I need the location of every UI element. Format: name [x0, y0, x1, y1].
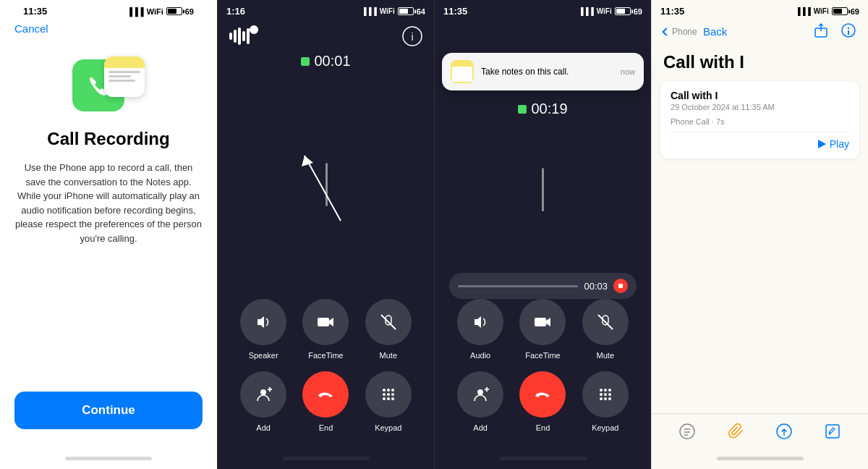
end-control: End: [302, 371, 349, 432]
mute-control-3: Mute: [582, 299, 629, 360]
attachment-button[interactable]: [727, 423, 744, 442]
facetime-control: FaceTime: [302, 299, 349, 360]
add-button[interactable]: [240, 371, 286, 418]
wifi-icon-2: WiFi: [380, 7, 395, 15]
more-button[interactable]: [841, 22, 856, 41]
mute-label: Mute: [380, 351, 397, 360]
notes-icon-header: [104, 56, 145, 68]
back-button[interactable]: Phone Back: [663, 25, 727, 38]
mute-control: Mute: [365, 299, 412, 360]
svg-rect-4: [247, 28, 250, 44]
svg-point-24: [391, 397, 394, 400]
play-icon: [817, 139, 827, 149]
svg-point-40: [608, 397, 611, 400]
battery-icon: [166, 7, 182, 15]
compose-button[interactable]: [824, 423, 841, 442]
card-title: Call with I: [671, 90, 849, 101]
speaker-button[interactable]: [240, 299, 286, 345]
recording-progress: [458, 285, 578, 287]
notes-line: [109, 80, 135, 82]
share-icon: [813, 22, 829, 38]
play-button[interactable]: Play: [817, 138, 849, 150]
waveform-bar: [326, 163, 328, 206]
share-button[interactable]: [813, 22, 829, 41]
svg-rect-0: [229, 33, 232, 40]
add-button-3[interactable]: [457, 371, 503, 418]
notes-content-area: [652, 159, 868, 413]
back-label: Back: [703, 25, 727, 38]
svg-rect-3: [242, 31, 245, 41]
notes-icon-lines: [104, 68, 145, 97]
notification-time: now: [621, 67, 635, 76]
cancel-button[interactable]: Cancel: [14, 22, 48, 35]
home-indicator-2: [283, 457, 370, 460]
facetime-button-3[interactable]: [519, 299, 566, 345]
status-bar-panel2: 1:16 ▐▐▐ WiFi 64: [218, 0, 434, 20]
take-notes-notification[interactable]: Take notes on this call. now: [442, 53, 644, 90]
play-row: Play: [671, 132, 849, 150]
svg-line-28: [598, 315, 613, 329]
battery-level-2: 64: [417, 7, 425, 16]
keypad-button-3[interactable]: [582, 371, 629, 418]
keypad-label: Keypad: [375, 423, 401, 432]
record-indicator-3: [518, 105, 527, 114]
send-button[interactable]: [775, 423, 793, 442]
svg-point-39: [604, 397, 607, 400]
mute-button[interactable]: [365, 299, 412, 345]
nav-phone-label: Phone: [672, 27, 697, 37]
svg-point-43: [848, 28, 849, 29]
facetime-control-3: FaceTime: [519, 299, 566, 360]
call-duration-panel2: 00:01: [314, 53, 350, 69]
add-icon: [254, 385, 273, 404]
call-recording-card: Call with I 29 October 2024 at 11:35 AM …: [660, 81, 859, 159]
audio-button[interactable]: [457, 299, 503, 345]
svg-point-37: [608, 393, 611, 396]
call-controls-panel2: Speaker FaceTime Mute: [218, 299, 434, 451]
recording-button[interactable]: [613, 279, 628, 293]
notes-app-icon: [104, 56, 145, 97]
notes-action-buttons: [813, 22, 856, 41]
call-recording-panel: 11:35 ▐▐▐ WiFi 69 Cancel Call Recording: [0, 0, 217, 469]
svg-rect-2: [238, 28, 241, 45]
svg-point-38: [600, 397, 603, 400]
end-label-3: End: [536, 423, 550, 432]
add-icon-3: [471, 385, 490, 404]
call-waveform-area: [218, 69, 434, 299]
keypad-button[interactable]: [365, 371, 412, 418]
status-icons-panel1: ▐▐▐ WiFi 69: [127, 7, 194, 16]
end-call-icon: [315, 384, 336, 405]
battery-level-4: 69: [851, 7, 859, 16]
checklist-button[interactable]: [678, 423, 696, 442]
audio-label: Audio: [470, 351, 490, 360]
mute-label-3: Mute: [597, 351, 614, 360]
svg-line-12: [381, 315, 396, 329]
recording-time: 00:03: [584, 281, 608, 292]
wifi-icon: WiFi: [147, 7, 163, 16]
end-button[interactable]: [302, 371, 349, 418]
keypad-label-3: Keypad: [592, 423, 618, 432]
svg-point-13: [260, 389, 266, 395]
facetime-button[interactable]: [302, 299, 349, 345]
svg-rect-1: [234, 30, 237, 43]
facetime-icon: [316, 313, 335, 331]
status-icons-panel3: ▐▐▐ WiFi 69: [578, 7, 642, 16]
continue-button[interactable]: Continue: [14, 392, 203, 429]
keypad-icon: [379, 385, 398, 404]
notes-navigation: Phone Back: [652, 20, 868, 46]
panel1-title: Call Recording: [47, 129, 169, 149]
info-icon[interactable]: i: [402, 26, 422, 46]
svg-point-16: [383, 389, 386, 392]
svg-marker-9: [302, 156, 313, 166]
battery-level-3: 69: [634, 7, 642, 16]
mute-button-3[interactable]: [582, 299, 629, 345]
status-icons-panel4: ▐▐▐ WiFi 69: [795, 7, 859, 16]
time-panel1: 11:35: [23, 6, 47, 17]
home-indicator-3: [500, 457, 587, 460]
status-icons-panel2: ▐▐▐ WiFi 64: [361, 7, 425, 16]
notes-line: [109, 71, 140, 73]
status-bar-panel1: 11:35 ▐▐▐ WiFi 69: [14, 0, 203, 20]
record-indicator: [301, 57, 310, 66]
end-button-3[interactable]: [519, 371, 566, 418]
add-label-3: Add: [473, 423, 488, 432]
svg-point-21: [391, 393, 394, 396]
